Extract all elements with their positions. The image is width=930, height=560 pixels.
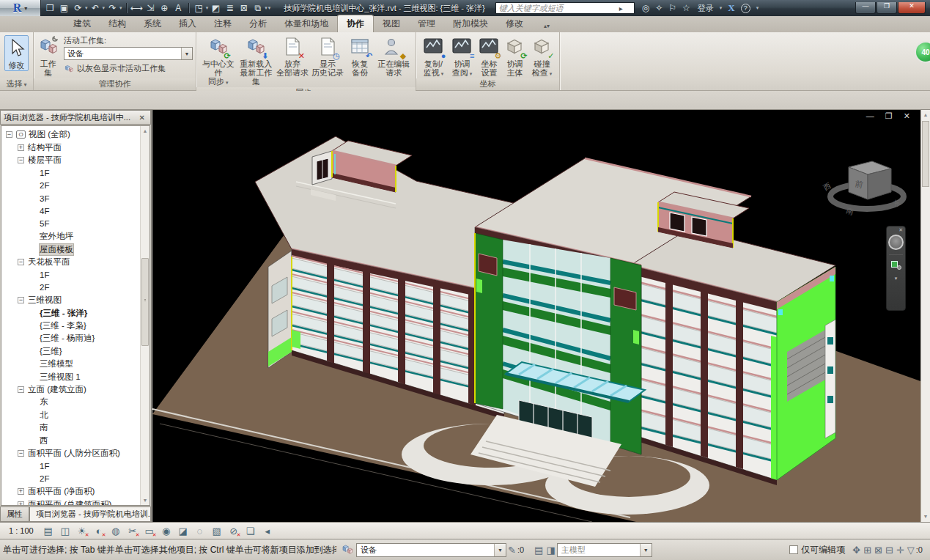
minimize-button[interactable]: — xyxy=(855,2,876,14)
tree-item[interactable]: {三维 - 李枭} xyxy=(1,320,140,332)
relinquish-all-button[interactable]: ✕ 放弃 全部请求 xyxy=(275,34,310,77)
visual-style-icon[interactable]: ◫ xyxy=(59,526,72,537)
tree-item[interactable]: −楼层平面 xyxy=(1,154,140,166)
communication-center-icon[interactable]: ⚐ xyxy=(668,3,676,13)
tab-analyze[interactable]: 分析 xyxy=(240,15,276,32)
collapse-icon[interactable]: − xyxy=(18,386,24,393)
tree-item[interactable]: 2F xyxy=(1,281,140,294)
search-icon[interactable]: ▸ xyxy=(619,4,623,12)
scroll-up-icon[interactable]: ▲ xyxy=(921,110,930,120)
tab-systems[interactable]: 系统 xyxy=(135,15,170,32)
tab-properties[interactable]: 属性 xyxy=(0,506,29,522)
tree-item[interactable]: 2F xyxy=(1,473,140,485)
rendering-icon[interactable]: ◍ xyxy=(109,526,122,537)
navigation-bar[interactable]: ✕ ▾ xyxy=(886,226,906,311)
detail-level-icon[interactable]: ▤ xyxy=(42,526,55,537)
panel-footer-select[interactable]: 选择 xyxy=(0,78,33,90)
design-options-dropdown[interactable]: 主模型 ▼ xyxy=(557,543,652,557)
temporary-isolate-icon[interactable]: ◪ xyxy=(177,526,190,537)
measure-icon[interactable]: ⟷ xyxy=(130,2,143,15)
tree-item[interactable]: +面积平面 (净面积) xyxy=(1,485,140,498)
scale-button[interactable]: 1 : 100 xyxy=(4,526,38,536)
viewcube[interactable]: 前 西 南 东 xyxy=(822,161,904,216)
editable-only-checkbox[interactable]: 仅可编辑项 xyxy=(789,544,845,556)
favorites-icon[interactable]: ☆ xyxy=(682,3,690,13)
thin-lines-icon[interactable]: ≣ xyxy=(224,2,236,15)
show-history-button[interactable]: ◷ 显示 历史记录 xyxy=(310,34,345,77)
exchange-apps-icon[interactable]: X xyxy=(728,2,734,14)
tree-item[interactable]: 1F xyxy=(1,166,140,179)
sync-with-central-icon[interactable]: ⟳ xyxy=(72,2,84,15)
help-icon[interactable]: ? xyxy=(741,4,750,13)
coordination-host-button[interactable]: ⟳ 协调 主体 xyxy=(502,34,528,77)
search-icon[interactable]: ◎ xyxy=(642,3,649,13)
worksharing-display-icon[interactable]: ❏ xyxy=(244,526,257,537)
collapse-icon[interactable]: − xyxy=(18,259,24,265)
section-icon[interactable]: ◩ xyxy=(210,2,222,15)
chevron-down-icon[interactable]: ▾ xyxy=(206,5,209,11)
tree-item[interactable]: +结构平面 xyxy=(1,141,140,153)
scrollbar-thumb[interactable] xyxy=(922,121,929,187)
worksharing-status-icon[interactable]: ✥ xyxy=(852,545,860,556)
tab-structure[interactable]: 结构 xyxy=(100,15,135,32)
tab-manage[interactable]: 管理 xyxy=(409,15,444,32)
customize-qat-icon[interactable]: ▾ xyxy=(268,5,271,11)
tree-item[interactable]: 4F xyxy=(1,205,140,217)
gray-inactive-worksets-toggle[interactable]: 以灰色显示非活动工作集 xyxy=(64,63,193,74)
copy-monitor-button[interactable]: ● 复制/ 监视 xyxy=(419,34,448,78)
tab-view[interactable]: 视图 xyxy=(374,15,409,32)
canvas-scrollbar[interactable]: ▲ ▼ xyxy=(920,110,930,522)
chevron-down-icon[interactable]: ▾ xyxy=(895,276,898,281)
collapse-icon[interactable]: − xyxy=(18,450,24,457)
reveal-hidden-icon[interactable]: ◌ xyxy=(193,526,207,537)
sign-in-button[interactable]: 登录 xyxy=(698,3,714,14)
switch-windows-icon[interactable]: ⧉ xyxy=(251,2,264,15)
collapse-icon[interactable]: ◂ xyxy=(261,526,274,537)
panel-footer-manage[interactable]: 管理协作 xyxy=(34,78,196,90)
tree-item[interactable]: 西 xyxy=(1,434,140,446)
coordination-review-button[interactable]: ≡ 协调 查阅 xyxy=(448,34,476,78)
tree-item[interactable]: 1F xyxy=(1,460,140,472)
ribbon-collapse-icon[interactable]: ▴▾ xyxy=(539,20,554,32)
tab-architecture[interactable]: 建筑 xyxy=(64,15,100,32)
drag-elements-icon[interactable]: ✛ xyxy=(896,545,904,556)
tab-insert[interactable]: 插入 xyxy=(170,15,205,32)
project-browser-header[interactable]: 项目浏览器 - 技师学院机电培训中... ✕ xyxy=(0,110,151,125)
tree-item[interactable]: {三维 - 杨雨迪} xyxy=(1,332,140,345)
active-workset-dropdown[interactable]: 设备 ▼ xyxy=(64,47,193,60)
tree-item[interactable]: +面积平面 (总建筑面积) xyxy=(1,498,140,505)
redo-icon[interactable]: ↷ xyxy=(106,2,119,15)
application-menu-button[interactable]: R ▾ xyxy=(0,0,41,16)
select-pinned-icon[interactable]: ⊟ xyxy=(885,545,893,556)
exclude-links-icon[interactable]: ⊠ xyxy=(874,545,882,556)
checkbox-icon[interactable] xyxy=(789,545,798,554)
tab-modify[interactable]: 修改 xyxy=(497,15,532,32)
undo-icon[interactable]: ↶ xyxy=(89,2,102,15)
panel-footer-coordinate[interactable]: 坐标 xyxy=(416,78,559,90)
show-constraints-icon[interactable]: ⊘ xyxy=(227,526,240,537)
exclude-options-icon[interactable]: ⊞ xyxy=(863,545,871,556)
shadows-icon[interactable]: ◐ xyxy=(92,526,106,537)
tree-item[interactable]: 1F xyxy=(1,268,140,281)
chevron-down-icon[interactable]: ▾ xyxy=(103,5,106,11)
tab-massing-site[interactable]: 体量和场地 xyxy=(276,15,337,32)
tree-item[interactable]: 三维视图 1 xyxy=(1,370,140,383)
expand-icon[interactable]: + xyxy=(18,501,24,505)
tree-item[interactable]: 3F xyxy=(1,192,140,205)
sync-with-central-button[interactable]: ⟳ 与中心文件 同步 xyxy=(199,34,237,87)
chevron-down-icon[interactable]: ▾ xyxy=(756,5,759,11)
restore-button[interactable]: ❐ xyxy=(877,2,897,14)
modify-button[interactable]: 修改 xyxy=(4,35,29,71)
tree-item[interactable]: 室外地坪 xyxy=(1,230,140,243)
tree-item[interactable]: 东 xyxy=(1,396,140,408)
lock-3d-view-icon[interactable]: ◉ xyxy=(160,526,173,537)
search-input[interactable] xyxy=(496,4,619,12)
editing-requests-icon[interactable]: ✎ xyxy=(508,545,516,556)
expand-icon[interactable]: + xyxy=(18,144,24,151)
tab-collaborate[interactable]: 协作 xyxy=(337,15,374,32)
tree-item-selected[interactable]: 屋面楼板 xyxy=(1,243,140,256)
tag-by-category-icon[interactable]: ⊕ xyxy=(158,2,171,15)
expand-icon[interactable]: + xyxy=(18,488,24,495)
reload-latest-button[interactable]: ⬇ 重新载入 最新工作集 xyxy=(237,34,276,86)
scroll-down-icon[interactable]: ▼ xyxy=(921,512,930,522)
